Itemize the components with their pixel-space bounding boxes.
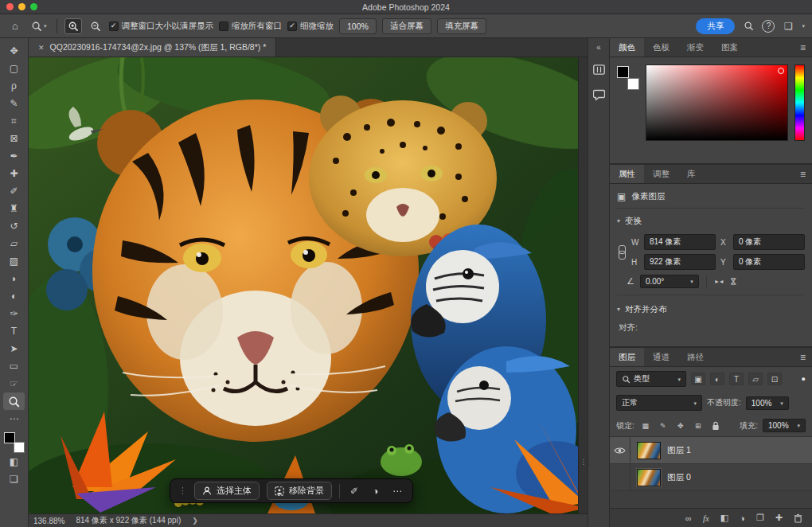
fill-screen-button[interactable]: 填充屏幕 xyxy=(437,18,486,34)
layer-row-0[interactable]: 图层 0 xyxy=(610,464,812,491)
layer-thumbnail[interactable] xyxy=(637,442,661,459)
panel-menu-icon[interactable]: ≡ xyxy=(794,165,812,183)
layer-effects-icon[interactable]: fx xyxy=(703,513,709,523)
type-tool-button[interactable]: T xyxy=(3,322,25,340)
new-adjustment-layer-icon[interactable]: ◑ xyxy=(740,513,745,523)
crop-tool-button[interactable]: ⌗ xyxy=(3,112,25,130)
x-field[interactable]: 0 像素 xyxy=(733,234,805,250)
saturation-brightness-field[interactable] xyxy=(646,64,788,141)
resize-windows-to-fit-checkbox[interactable]: ✓ 调整窗口大小以满屏显示 xyxy=(109,21,214,32)
width-field[interactable]: 814 像素 xyxy=(644,234,716,250)
document-tab[interactable]: ✕ QQ20230916-174734@2x.jpg @ 137% (图层 1,… xyxy=(29,38,276,57)
add-layer-mask-icon[interactable]: ◧ xyxy=(720,513,728,523)
zoom-all-windows-checkbox[interactable]: 缩放所有窗口 xyxy=(219,21,282,32)
foreground-color-swatch[interactable] xyxy=(617,66,629,78)
tab-libraries[interactable]: 库 xyxy=(678,165,705,183)
share-button[interactable]: 共享 xyxy=(696,18,735,34)
tab-properties[interactable]: 属性 xyxy=(610,165,644,183)
layer-name[interactable]: 图层 1 xyxy=(667,445,691,456)
filter-shape-layers-icon[interactable]: ▱ xyxy=(748,373,763,385)
flip-vertical-icon[interactable]: ⋈ xyxy=(728,278,737,286)
minimize-window-button[interactable] xyxy=(18,3,25,10)
workspace-button[interactable]: ❏ xyxy=(780,18,796,34)
canvas-scrollbar[interactable]: ⋮ xyxy=(578,57,588,513)
clone-stamp-tool-button[interactable]: ♜ xyxy=(3,200,25,217)
link-layers-icon[interactable]: ∞ xyxy=(685,513,692,523)
filter-toggle-icon[interactable]: ● xyxy=(802,375,806,383)
collapsed-comments-panel-button[interactable] xyxy=(591,87,607,103)
history-brush-tool-button[interactable]: ↺ xyxy=(3,217,25,235)
lasso-tool-button[interactable]: ρ xyxy=(3,77,25,95)
edit-toolbar-button[interactable]: ⋯ xyxy=(3,410,25,427)
zoom-100-button[interactable]: 100% xyxy=(339,18,377,34)
frame-tool-button[interactable]: ⊠ xyxy=(3,130,25,147)
collapsed-history-panel-button[interactable] xyxy=(591,61,607,77)
layer-visibility-toggle[interactable] xyxy=(610,464,630,490)
foreground-background-colors[interactable] xyxy=(617,66,639,90)
layer-visibility-toggle[interactable] xyxy=(610,437,630,463)
hue-slider[interactable] xyxy=(794,64,805,141)
new-layer-icon[interactable]: ✚ xyxy=(775,513,783,523)
align-section-header[interactable]: ▾ 对齐并分布 xyxy=(617,302,805,318)
background-color-swatch[interactable] xyxy=(14,442,25,453)
select-subject-button[interactable]: 选择主体 xyxy=(194,482,260,500)
eyedropper-tool-button[interactable]: ✒ xyxy=(3,147,25,165)
canvas[interactable]: ⋮ ⋮ 选择主体 移除背景 ✐ ◑ ⋯ xyxy=(29,57,588,513)
tab-layers[interactable]: 图层 xyxy=(610,348,644,366)
home-button[interactable]: ⌂ xyxy=(7,18,23,34)
zoom-level-field[interactable]: 136.88% xyxy=(33,517,64,525)
marquee-tool-button[interactable]: ▢ xyxy=(3,60,25,77)
expand-panels-icon[interactable]: « xyxy=(596,43,601,52)
layer-thumbnail[interactable] xyxy=(637,469,661,486)
y-field[interactable]: 0 像素 xyxy=(733,254,805,270)
lock-all-icon[interactable] xyxy=(709,420,722,431)
zoom-in-button[interactable] xyxy=(64,18,82,34)
quick-mask-button[interactable]: ◧ xyxy=(3,453,25,470)
fill-field[interactable]: 100% ▾ xyxy=(763,419,806,432)
pen-tool-button[interactable]: ✑ xyxy=(3,305,25,322)
new-group-icon[interactable]: ❐ xyxy=(756,513,764,523)
tab-swatches[interactable]: 色板 xyxy=(644,38,678,57)
rectangle-tool-button[interactable]: ▭ xyxy=(3,357,25,375)
layer-name[interactable]: 图层 0 xyxy=(667,472,691,483)
tab-color[interactable]: 颜色 xyxy=(610,38,644,57)
zoom-tool-button[interactable] xyxy=(3,392,25,410)
tab-gradients[interactable]: 渐变 xyxy=(678,38,712,57)
gradient-tool-button[interactable]: ▨ xyxy=(3,252,25,270)
tab-adjustments[interactable]: 调整 xyxy=(644,165,678,183)
tab-patterns[interactable]: 图案 xyxy=(712,38,747,57)
zoom-out-button[interactable] xyxy=(88,18,103,34)
foreground-color-swatch[interactable] xyxy=(4,432,15,443)
lock-image-pixels-icon[interactable]: ✎ xyxy=(657,420,670,431)
status-options-chevron-icon[interactable]: ❯ xyxy=(192,517,198,525)
flip-horizontal-icon[interactable]: ►◄ xyxy=(714,279,724,284)
fit-screen-button[interactable]: 适合屏幕 xyxy=(382,18,431,34)
lock-artboard-icon[interactable]: ⊞ xyxy=(692,420,705,431)
transform-tool-icon[interactable]: ✐ xyxy=(347,486,361,497)
eraser-tool-button[interactable]: ▱ xyxy=(3,235,25,252)
scrubby-zoom-checkbox[interactable]: ✓ 细微缩放 xyxy=(287,21,334,32)
rotation-field[interactable]: 0.00° ▾ xyxy=(640,275,699,288)
lock-transparent-pixels-icon[interactable]: ▦ xyxy=(639,420,652,431)
transform-section-header[interactable]: ▾ 变换 xyxy=(617,213,805,229)
canvas-image[interactable] xyxy=(29,57,588,513)
panel-menu-icon[interactable]: ≡ xyxy=(794,348,812,366)
background-color-swatch[interactable] xyxy=(627,78,639,90)
filter-smart-objects-icon[interactable]: ⊡ xyxy=(767,373,782,385)
close-window-button[interactable] xyxy=(6,3,14,10)
search-button[interactable] xyxy=(740,18,756,34)
workspace-caret-icon[interactable]: ▾ xyxy=(802,23,805,29)
link-dimensions-toggle[interactable] xyxy=(617,245,627,260)
filter-pixel-layers-icon[interactable]: ▣ xyxy=(691,373,705,385)
foreground-background-colors[interactable] xyxy=(4,432,25,453)
screen-mode-button[interactable]: ❏ xyxy=(3,470,25,488)
taskbar-drag-handle[interactable]: ⋮ xyxy=(178,486,187,496)
delete-layer-icon[interactable] xyxy=(794,513,802,523)
brush-tool-button[interactable]: ✐ xyxy=(3,182,25,200)
fullscreen-window-button[interactable] xyxy=(30,3,37,10)
move-tool-button[interactable]: ✥ xyxy=(3,42,25,60)
dodge-tool-button[interactable]: ◐ xyxy=(3,287,25,305)
zoom-tool-preset-button[interactable]: ▾ xyxy=(29,18,49,34)
blur-tool-button[interactable]: ◗ xyxy=(3,270,25,287)
layer-row-1[interactable]: 图层 1 xyxy=(610,437,812,464)
